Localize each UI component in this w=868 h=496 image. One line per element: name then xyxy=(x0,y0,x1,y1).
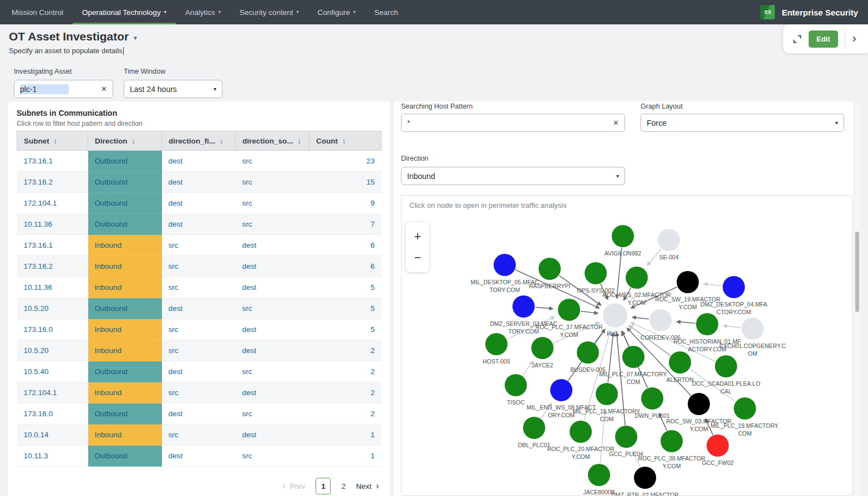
graph-node-roc-sw-19[interactable] xyxy=(677,271,699,293)
zoom-in-icon[interactable]: + xyxy=(414,231,422,243)
graph-node-mil-plc-07[interactable] xyxy=(622,346,644,368)
cell-direction-field[interactable]: src xyxy=(162,235,236,256)
cell-direction-source[interactable]: src xyxy=(236,214,309,235)
cell-direction-field[interactable]: src xyxy=(162,319,236,340)
cell-subnet[interactable]: 10.5.20 xyxy=(17,298,88,319)
cell-direction[interactable]: Inbound xyxy=(88,277,162,298)
cell-direction[interactable]: Inbound xyxy=(88,382,162,403)
graph-node-plc-1[interactable] xyxy=(603,303,627,328)
cell-count[interactable]: 6 xyxy=(309,235,382,256)
cell-direction[interactable]: Inbound xyxy=(88,319,162,340)
cell-count[interactable]: 2 xyxy=(309,403,382,425)
graph-node-dmz-server-03[interactable] xyxy=(512,295,535,318)
cell-direction-field[interactable]: dest xyxy=(162,193,236,214)
table-row[interactable]: 173.16.1Inboundsrcdest6 xyxy=(17,235,382,256)
graph-node-roc-plc-38[interactable] xyxy=(661,430,683,452)
graph-node-host-005[interactable] xyxy=(485,333,507,355)
cell-direction-source[interactable]: dest xyxy=(236,277,309,298)
cell-direction-source[interactable]: dest xyxy=(236,382,309,403)
cell-count[interactable]: 1 xyxy=(309,446,382,467)
nav-item-security-content[interactable]: Security content▾ xyxy=(230,0,308,24)
sort-icon[interactable]: ↕ xyxy=(54,137,57,145)
cell-direction-source[interactable]: src xyxy=(236,151,309,172)
table-row[interactable]: 10.5.20Outbounddestsrc5 xyxy=(17,298,382,319)
cell-subnet[interactable]: 173.16.0 xyxy=(17,403,88,425)
cell-direction-field[interactable]: dest xyxy=(162,298,236,319)
cell-direction-source[interactable]: dest xyxy=(236,256,309,277)
cell-subnet[interactable]: 10.0.14 xyxy=(17,425,88,446)
cell-subnet[interactable]: 10.11.36 xyxy=(17,214,88,235)
edit-button[interactable]: Edit xyxy=(809,30,838,48)
sort-icon[interactable]: ↕ xyxy=(342,137,346,145)
cell-count[interactable]: 5 xyxy=(309,298,382,319)
column-header-direction[interactable]: Direction↕ xyxy=(88,131,162,151)
cell-direction-source[interactable]: dest xyxy=(236,319,309,340)
nav-item-operational-technology[interactable]: Operational Technology▾ xyxy=(73,0,176,24)
chevron-right-icon[interactable]: › xyxy=(852,33,856,45)
graph-node-tisoc[interactable] xyxy=(505,374,527,396)
cell-direction-field[interactable]: dest xyxy=(162,403,236,425)
next-page-button[interactable]: Next › xyxy=(356,482,379,490)
table-row[interactable]: 173.16.2Outbounddestsrc15 xyxy=(17,172,382,193)
cell-direction[interactable]: Inbound xyxy=(88,256,162,277)
cell-direction-field[interactable]: src xyxy=(162,382,236,403)
graph-node-busdev-005[interactable] xyxy=(577,341,599,364)
expand-icon[interactable] xyxy=(791,33,803,45)
table-row[interactable]: 173.16.0Inboundsrcdest5 xyxy=(17,319,382,340)
cell-direction-field[interactable]: dest xyxy=(162,172,236,193)
sort-icon[interactable]: ↕ xyxy=(220,137,223,145)
graph-node-mil-eng-ws-08[interactable] xyxy=(550,379,572,401)
cell-count[interactable]: 2 xyxy=(309,382,382,403)
close-icon[interactable]: ✕ xyxy=(613,119,619,127)
cell-count[interactable]: 1 xyxy=(309,425,382,446)
table-row[interactable]: 173.16.0Outbounddestsrc2 xyxy=(17,403,382,425)
graph-node-raspberrypi[interactable] xyxy=(539,258,561,280)
column-header-direction-fi-[interactable]: direction_fi...↕ xyxy=(162,131,236,151)
graph-node-dbl-plc01[interactable] xyxy=(523,417,545,439)
cell-direction-source[interactable]: src xyxy=(236,446,309,467)
cell-count[interactable]: 23 xyxy=(309,151,382,172)
graph-node-roc-plc-20[interactable] xyxy=(570,421,592,443)
cell-direction[interactable]: Outbound xyxy=(88,403,162,425)
cell-count[interactable]: 7 xyxy=(309,214,382,235)
graph-node-exch01[interactable] xyxy=(742,318,764,340)
cell-subnet[interactable]: 10.5.20 xyxy=(17,340,88,361)
cell-direction-field[interactable]: dest xyxy=(162,151,236,172)
vertical-scrollbar[interactable] xyxy=(854,101,860,496)
graph-node-dmz-desktop-04[interactable] xyxy=(723,276,745,298)
nav-item-mission-control[interactable]: Mission Control xyxy=(2,0,73,24)
cell-subnet[interactable]: 172.104.1 xyxy=(17,382,88,403)
graph-node-roc-historian-01[interactable] xyxy=(696,313,718,335)
cell-direction-source[interactable]: src xyxy=(236,172,309,193)
table-row[interactable]: 10.11.3Outbounddestsrc1 xyxy=(17,446,382,467)
table-row[interactable]: 10.11.36Outbounddestsrc7 xyxy=(17,214,382,235)
cell-direction-field[interactable]: src xyxy=(162,256,236,277)
cell-subnet[interactable]: 173.16.0 xyxy=(17,319,88,340)
graph-node-roc-sw-03[interactable] xyxy=(688,393,710,415)
graph-node-roc-mes-02[interactable] xyxy=(626,267,648,289)
cell-direction-source[interactable]: src xyxy=(236,298,309,319)
column-header-subnet[interactable]: Subnet↕ xyxy=(17,131,88,151)
cell-direction-source[interactable]: src xyxy=(236,403,309,425)
nav-item-configure[interactable]: Configure▾ xyxy=(308,0,366,24)
cell-direction-field[interactable]: src xyxy=(162,425,236,446)
graph-node-dmz-rtr-02[interactable] xyxy=(634,467,656,489)
sort-icon[interactable]: ↕ xyxy=(298,137,301,145)
cell-direction[interactable]: Outbound xyxy=(88,298,162,319)
cell-subnet[interactable]: 173.16.1 xyxy=(17,235,88,256)
table-row[interactable]: 172.104.1Inboundsrcdest2 xyxy=(17,382,382,403)
table-row[interactable]: 10.11.36Inboundsrcdest5 xyxy=(17,277,382,298)
graph-node-se-004[interactable] xyxy=(658,229,680,251)
sort-icon[interactable]: ↕ xyxy=(132,137,135,145)
host-pattern-input[interactable]: * ✕ xyxy=(401,114,625,132)
cell-subnet[interactable]: 173.16.2 xyxy=(17,172,88,193)
graph-node-jace8000b[interactable] xyxy=(588,464,610,486)
table-row[interactable]: 10.5.40Outbounddestsrc2 xyxy=(17,361,382,382)
cell-direction-field[interactable]: src xyxy=(162,277,236,298)
cell-direction-field[interactable]: dest xyxy=(162,446,236,467)
cell-direction-field[interactable]: dest xyxy=(162,361,236,382)
graph-node-dcc-scada01[interactable] xyxy=(715,355,737,377)
direction-select[interactable]: Inbound ▾ xyxy=(401,167,625,185)
cell-subnet[interactable]: 10.11.3 xyxy=(17,446,88,467)
graph-node-roc-plc-37[interactable] xyxy=(558,299,580,321)
